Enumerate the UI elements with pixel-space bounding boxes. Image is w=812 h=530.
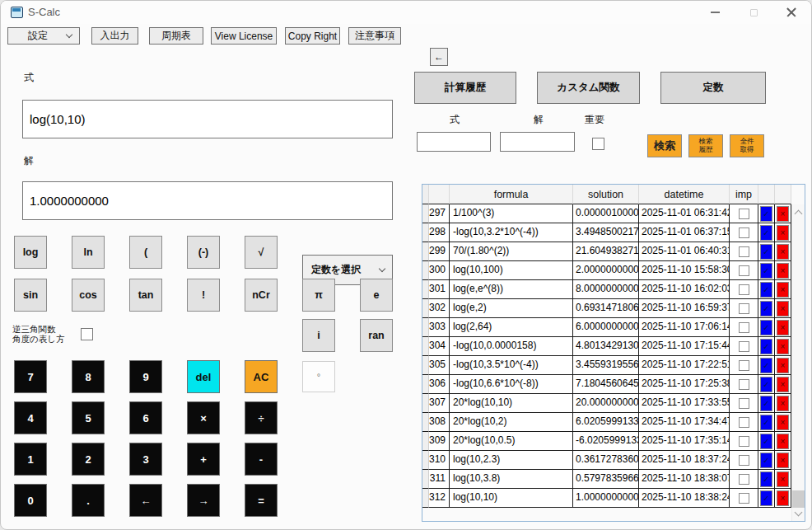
inverse-trig-checkbox[interactable]: [81, 328, 93, 340]
formula-input[interactable]: [22, 100, 393, 138]
function-key-log[interactable]: log: [14, 236, 47, 269]
table-row[interactable]: 311 log(10,3.8) 0.5797835966 2025-11-10 …: [422, 470, 791, 489]
table-row[interactable]: 300 log(10,100) 2.0000000000 2025-11-10 …: [422, 261, 791, 280]
collapse-panel-button[interactable]: ←: [430, 48, 448, 66]
random-key[interactable]: ran: [360, 319, 393, 352]
row-check-button[interactable]: ✓: [760, 396, 772, 411]
row-delete-button[interactable]: ×: [777, 396, 789, 411]
numpad-key-7[interactable]: 7: [14, 360, 47, 393]
row-delete-button[interactable]: ×: [777, 244, 789, 260]
numpad-key-3[interactable]: 3: [129, 443, 162, 476]
numpad-key-add[interactable]: +: [187, 443, 220, 476]
imp-checkbox[interactable]: [739, 417, 749, 428]
table-row[interactable]: 301 log(e,e^(8)) 8.0000000000 2025-11-10…: [422, 280, 791, 299]
important-checkbox[interactable]: [592, 138, 604, 150]
imp-checkbox[interactable]: [739, 227, 749, 238]
row-check-button[interactable]: ✓: [760, 225, 772, 241]
row-delete-button[interactable]: ×: [777, 415, 789, 430]
row-check-button[interactable]: ✓: [760, 415, 772, 430]
row-delete-button[interactable]: ×: [777, 377, 789, 392]
table-row[interactable]: 299 70/(1.80^(2)) 21.6049382716 2025-11-…: [422, 242, 791, 261]
row-delete-button[interactable]: ×: [777, 490, 789, 506]
search-button[interactable]: 検索: [647, 134, 682, 157]
search-history-button[interactable]: 検索 履歴: [688, 134, 723, 157]
degree-key[interactable]: °: [302, 361, 335, 392]
row-delete-button[interactable]: ×: [777, 320, 789, 335]
function-key-pi[interactable]: π: [302, 279, 335, 312]
header-datetime[interactable]: datetime: [639, 185, 730, 204]
fetch-all-button[interactable]: 全件 取得: [730, 134, 764, 157]
table-row[interactable]: 308 20*log(10,2) 6.0205999133 2025-11-10…: [422, 413, 791, 432]
row-check-button[interactable]: ✓: [760, 434, 772, 449]
imp-checkbox[interactable]: [739, 246, 749, 257]
numpad-key-del[interactable]: del: [187, 360, 220, 393]
view-license-button[interactable]: View License: [211, 27, 277, 45]
function-key-open-paren[interactable]: (: [129, 236, 162, 269]
imp-checkbox[interactable]: [739, 360, 749, 371]
row-check-button[interactable]: ✓: [760, 490, 772, 506]
periodic-table-button[interactable]: 周期表: [149, 27, 203, 45]
scroll-up-icon[interactable]: [795, 210, 803, 218]
row-delete-button[interactable]: ×: [777, 434, 789, 449]
row-check-button[interactable]: ✓: [760, 471, 772, 487]
function-key-sqrt[interactable]: √: [245, 236, 278, 269]
imp-checkbox[interactable]: [739, 284, 749, 295]
row-delete-button[interactable]: ×: [777, 339, 789, 354]
row-check-button[interactable]: ✓: [760, 301, 772, 317]
imaginary-key[interactable]: i: [302, 319, 335, 352]
function-key-cos[interactable]: cos: [72, 279, 105, 312]
function-key-negate[interactable]: (-): [187, 236, 220, 269]
numpad-key-2[interactable]: 2: [72, 443, 105, 476]
numpad-key-ac[interactable]: AC: [245, 360, 278, 393]
row-check-button[interactable]: ✓: [760, 244, 772, 260]
header-formula[interactable]: formula: [450, 185, 573, 204]
header-imp[interactable]: imp: [730, 185, 758, 204]
imp-checkbox[interactable]: [739, 398, 749, 409]
imp-checkbox[interactable]: [739, 493, 749, 504]
table-row[interactable]: 305 -log(10,3.5*10^(-4)) 3.4559319556 20…: [422, 356, 791, 375]
numpad-key-divide[interactable]: ÷: [245, 401, 278, 434]
row-check-button[interactable]: ✓: [760, 339, 772, 354]
numpad-key-arrow-right[interactable]: →: [187, 484, 220, 517]
numpad-key-equals[interactable]: =: [245, 484, 278, 517]
table-row[interactable]: 297 1/100^(3) 0.0000010000 2025-11-01 06…: [422, 204, 791, 223]
numpad-key-4[interactable]: 4: [14, 401, 47, 434]
settings-select[interactable]: 設定: [7, 27, 80, 45]
numpad-key-0[interactable]: 0: [14, 484, 47, 517]
table-row[interactable]: 309 20*log(10,0.5) -6.0205999133 2025-11…: [422, 432, 791, 451]
numpad-key-6[interactable]: 6: [129, 401, 162, 434]
table-row[interactable]: 310 log(10,2.3) 0.3617278360 2025-11-10 …: [422, 451, 791, 470]
row-check-button[interactable]: ✓: [760, 358, 772, 373]
table-row[interactable]: 312 log(10,10) 1.0000000000 2025-11-10 1…: [422, 489, 791, 508]
numpad-key-multiply[interactable]: ×: [187, 401, 220, 434]
row-delete-button[interactable]: ×: [777, 453, 789, 468]
search-formula-input[interactable]: [417, 132, 491, 152]
io-button[interactable]: 入出力: [91, 27, 138, 45]
header-solution[interactable]: solution: [573, 185, 639, 204]
imp-checkbox[interactable]: [739, 455, 749, 466]
row-check-button[interactable]: ✓: [760, 282, 772, 298]
numpad-key-dot[interactable]: .: [72, 484, 105, 517]
function-key-euler[interactable]: e: [360, 279, 393, 312]
table-row[interactable]: 304 -log(10,0.0000158) 4.8013429130 2025…: [422, 337, 791, 356]
numpad-key-subtract[interactable]: -: [245, 443, 278, 476]
imp-checkbox[interactable]: [739, 341, 749, 352]
row-delete-button[interactable]: ×: [777, 225, 789, 241]
scroll-down-icon[interactable]: [795, 509, 803, 517]
row-check-button[interactable]: ✓: [760, 320, 772, 335]
scrollbar-thumb[interactable]: [792, 490, 805, 508]
copy-right-button[interactable]: Copy Right: [285, 27, 340, 45]
tab-history[interactable]: 計算履歴: [414, 72, 516, 104]
minimize-button[interactable]: [696, 1, 734, 24]
table-row[interactable]: 302 log(e,2) 0.6931471806 2025-11-10 16:…: [422, 299, 791, 318]
close-button[interactable]: [772, 1, 810, 24]
numpad-key-8[interactable]: 8: [72, 360, 105, 393]
row-delete-button[interactable]: ×: [777, 282, 789, 298]
imp-checkbox[interactable]: [739, 265, 749, 276]
imp-checkbox[interactable]: [739, 322, 749, 333]
row-delete-button[interactable]: ×: [777, 206, 789, 222]
function-key-factorial[interactable]: !: [187, 279, 220, 312]
numpad-key-5[interactable]: 5: [72, 401, 105, 434]
table-row[interactable]: 306 -log(10,6.6*10^(-8)) 7.1804560645 20…: [422, 375, 791, 394]
row-delete-button[interactable]: ×: [777, 358, 789, 373]
